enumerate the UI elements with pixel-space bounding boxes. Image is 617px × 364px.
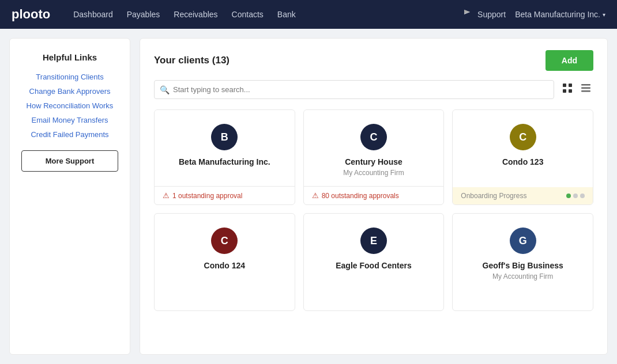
svg-rect-3 [569,89,572,93]
search-input-wrap: 🔍 [154,80,554,99]
client-card-body: B Beta Manufacturing Inc. [155,110,295,186]
svg-rect-2 [563,89,566,93]
client-card-body: C Condo 123 [453,110,593,187]
list-view-button[interactable] [578,82,593,97]
nav-receivables[interactable]: Receivables [174,10,217,19]
grid-icon [562,83,573,93]
nav-bank[interactable]: Bank [277,10,296,19]
client-card-body: C Condo 124 [155,214,295,290]
onboarding-label: Onboarding Progress [461,192,526,200]
client-avatar: B [211,124,238,150]
sidebar-link-credit-failed[interactable]: Credit Failed Payments [21,130,118,139]
nav-links: Dashboard Payables Receivables Contacts … [73,10,445,19]
empty-footer [453,290,593,310]
navbar: plooto Dashboard Payables Receivables Co… [0,0,617,29]
page-title: Your clients (13) [154,55,230,66]
client-name: Geoff's Big Business [483,261,563,270]
approval-text: 1 outstanding approval [172,192,242,200]
client-card-body: E Eagle Food Centers [304,214,444,290]
sidebar-link-transitioning[interactable]: Transitioning Clients [21,73,118,81]
client-card[interactable]: C Century House My Accounting Firm ⚠ 80 … [303,109,445,205]
client-card-body: C Century House My Accounting Firm [304,110,444,186]
flag-icon [462,9,474,20]
approval-footer: ⚠ 80 outstanding approvals [304,186,444,204]
client-name: Century House [345,157,402,166]
client-avatar: E [360,227,387,254]
add-client-button[interactable]: Add [545,50,593,71]
nav-contacts[interactable]: Contacts [232,10,264,19]
nav-right: Support Beta Manufacturing Inc. ▾ [462,9,605,20]
warning-icon: ⚠ [163,191,170,200]
onboarding-dots [566,194,585,198]
client-avatar: C [510,124,536,150]
empty-footer [155,290,295,310]
nav-dashboard[interactable]: Dashboard [73,10,113,19]
search-row: 🔍 [154,80,593,99]
client-avatar: C [360,124,387,150]
sidebar-title: Helpful Links [21,52,118,62]
dot-active [566,194,571,198]
client-avatar: C [211,227,238,254]
more-support-button[interactable]: More Support [21,150,118,172]
client-sub: My Accounting Firm [492,272,553,280]
search-icon: 🔍 [160,85,170,94]
sidebar-link-email-transfers[interactable]: Email Money Transfers [21,116,118,124]
client-card[interactable]: G Geoff's Big Business My Accounting Fir… [452,213,593,311]
svg-rect-0 [563,84,566,87]
approval-footer: ⚠ 1 outstanding approval [155,186,295,204]
sidebar-link-bank-approvers[interactable]: Change Bank Approvers [21,87,118,96]
onboarding-footer: Onboarding Progress [453,187,593,204]
view-toggle [560,82,593,97]
client-name: Condo 123 [502,157,544,166]
client-card[interactable]: C Condo 124 [154,213,295,311]
client-card-body: G Geoff's Big Business My Accounting Fir… [453,214,593,290]
company-name: Beta Manufacturing Inc. [515,10,600,19]
approval-text: 80 outstanding approvals [322,192,399,200]
support-label: Support [477,10,506,19]
client-card[interactable]: E Eagle Food Centers [303,213,445,311]
svg-rect-1 [569,84,572,87]
client-name: Condo 124 [204,261,246,270]
brand-logo: plooto [12,7,50,22]
main-layout: Helpful Links Transitioning Clients Chan… [0,29,617,364]
svg-rect-4 [581,84,590,86]
nav-payables[interactable]: Payables [127,10,160,19]
search-input[interactable] [154,80,554,99]
client-grid: B Beta Manufacturing Inc. ⚠ 1 outstandin… [154,109,593,311]
svg-rect-5 [581,88,590,89]
list-icon [581,83,591,93]
client-avatar: G [510,227,536,254]
empty-footer [304,290,444,310]
client-name: Eagle Food Centers [336,261,411,270]
client-card[interactable]: C Condo 123 Onboarding Progress [452,109,593,205]
dot-inactive [573,194,578,198]
chevron-down-icon: ▾ [603,12,605,18]
svg-rect-6 [581,90,590,92]
client-sub: My Accounting Firm [343,169,404,177]
dot-inactive [580,194,585,198]
client-name: Beta Manufacturing Inc. [179,157,270,166]
sidebar: Helpful Links Transitioning Clients Chan… [9,38,130,355]
grid-view-button[interactable] [560,82,575,97]
warning-icon: ⚠ [312,191,319,200]
company-selector[interactable]: Beta Manufacturing Inc. ▾ [515,10,605,19]
content-area: Your clients (13) Add 🔍 [140,38,608,355]
client-card[interactable]: B Beta Manufacturing Inc. ⚠ 1 outstandin… [154,109,295,205]
sidebar-links: Transitioning Clients Change Bank Approv… [21,73,118,139]
sidebar-link-reconciliation[interactable]: How Reconciliation Works [21,101,118,110]
content-header: Your clients (13) Add [154,50,593,71]
support-button[interactable]: Support [462,9,506,20]
